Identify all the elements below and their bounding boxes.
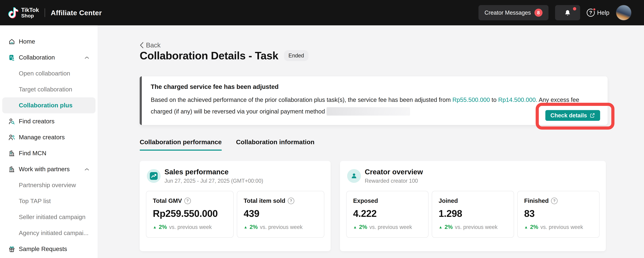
stat-exposed: Exposed 4.222 2% vs. previous week — [346, 191, 428, 238]
notice-title: The charged service fee has been adjuste… — [151, 83, 599, 90]
stat-joined: Joined 1.298 2% vs. previous week — [432, 191, 514, 238]
creator-messages-label: Creator Messages — [484, 9, 531, 16]
creator-overview-card: Creator overview Rewarded creator 100 Ex… — [340, 161, 606, 251]
page-title: Collaboration Details - Task — [140, 49, 278, 62]
up-triangle-icon — [439, 225, 442, 229]
rewarded-creator-count: Rewarded creator 100 — [365, 178, 423, 184]
help-tooltip-icon[interactable]: ? — [288, 198, 294, 204]
sidebar-item-seller-initiated-campaign[interactable]: Seller initiated campaign — [0, 209, 98, 225]
total-gmv-value: Rp259.550.000 — [153, 208, 227, 219]
sidebar-item-home[interactable]: Home — [0, 33, 98, 49]
notification-dot — [573, 7, 576, 10]
home-icon — [8, 38, 15, 45]
logo-block[interactable]: TikTok Shop Affiliate Center — [0, 6, 102, 19]
sidebar-item-top-tap-list[interactable]: Top TAP list — [0, 193, 98, 209]
up-triangle-icon — [153, 225, 157, 229]
sales-trend-icon — [147, 169, 160, 183]
stat-total-gmv: Total GMV ? Rp259.550.000 2% vs. previou… — [146, 191, 234, 238]
chevron-up-icon — [84, 56, 89, 59]
find-creators-icon — [8, 118, 15, 125]
help-notification-dot — [593, 8, 596, 11]
sidebar-item-collaboration[interactable]: Collaboration — [0, 49, 98, 65]
service-fee-notice: The charged service fee has been adjuste… — [140, 76, 608, 125]
gift-icon — [8, 246, 15, 253]
sidebar-item-manage-creators[interactable]: Manage creators — [0, 129, 98, 145]
sidebar-item-partnership-overview[interactable]: Partnership overview — [0, 177, 98, 193]
check-details-button[interactable]: Check details — [545, 110, 600, 121]
avatar[interactable] — [616, 5, 632, 20]
joined-value: 1.298 — [439, 208, 507, 219]
sidebar-item-agency-initiated-campaign[interactable]: Agency initiated campai... — [0, 225, 98, 241]
stat-total-item-sold: Total item sold ? 439 2% vs. previous we… — [237, 191, 324, 238]
up-triangle-icon — [524, 225, 528, 229]
sales-performance-card: Sales performance Jun 27, 2025 - Jul 27,… — [140, 161, 330, 251]
help-tooltip-icon[interactable]: ? — [551, 198, 558, 204]
app-title: Affiliate Center — [51, 9, 102, 17]
finished-value: 83 — [524, 208, 593, 219]
sidebar-item-open-collaboration[interactable]: Open collaboartion — [0, 65, 98, 81]
fee-amount-from: Rp55.500.000 — [452, 96, 490, 103]
exposed-value: 4.222 — [353, 208, 422, 219]
redacted-text-block — [326, 107, 410, 116]
help-button[interactable]: ? Help — [587, 9, 609, 17]
sidebar-item-collaboration-plus[interactable]: Collaboration plus — [2, 97, 96, 113]
chevron-left-icon — [140, 42, 144, 48]
fee-amount-to: Rp14.500.000. — [498, 96, 537, 103]
up-triangle-icon — [353, 225, 357, 229]
stat-finished: Finished ? 83 2% vs. previous week — [517, 191, 600, 238]
tab-bar: Collaboration performance Collaboration … — [140, 138, 314, 151]
collaboration-icon — [8, 54, 15, 61]
up-triangle-icon — [244, 225, 248, 229]
sidebar-item-find-mcn[interactable]: Find MCN — [0, 145, 98, 161]
sales-date-range: Jun 27, 2025 - Jul 27, 2025 (GMT+00:00) — [164, 178, 263, 184]
external-link-icon — [590, 113, 595, 118]
tiktok-logo-icon — [8, 6, 19, 19]
sidebar-item-target-collaboration[interactable]: Target collaboration — [0, 81, 98, 97]
creator-messages-count-badge: 8 — [534, 9, 542, 17]
sales-performance-title: Sales performance — [164, 168, 263, 176]
building-icon — [8, 150, 15, 157]
tab-collaboration-performance[interactable]: Collaboration performance — [140, 138, 222, 151]
chevron-up-icon — [84, 168, 89, 171]
sidebar-item-work-with-partners[interactable]: Work with partners — [0, 161, 98, 177]
help-icon: ? — [587, 9, 595, 17]
partners-building-icon — [8, 166, 15, 173]
sidebar-item-sample-requests[interactable]: Sample Requests — [0, 241, 98, 257]
logo-wordmark: TikTok Shop — [21, 7, 39, 18]
manage-creators-icon — [8, 134, 15, 141]
bell-icon — [564, 9, 572, 16]
help-tooltip-icon[interactable]: ? — [184, 198, 191, 204]
status-badge: Ended — [284, 50, 308, 61]
tab-collaboration-information[interactable]: Collaboration information — [236, 138, 314, 151]
main-content: Back Collaboration Details - Task Ended … — [98, 25, 644, 258]
notice-body: Based on the achieved performance of the… — [151, 94, 599, 117]
total-item-sold-value: 439 — [244, 208, 318, 219]
creator-person-icon — [347, 169, 361, 183]
top-header: TikTok Shop Affiliate Center Creator Mes… — [0, 0, 644, 25]
help-label: Help — [597, 9, 609, 16]
sidebar: Home Collaboration Open collaboartion Ta… — [0, 25, 98, 258]
creator-messages-button[interactable]: Creator Messages 8 — [478, 5, 548, 20]
back-button[interactable]: Back — [140, 41, 160, 49]
notifications-button[interactable] — [555, 5, 580, 20]
header-divider — [44, 8, 45, 17]
sidebar-item-find-creators[interactable]: Find creators — [0, 113, 98, 129]
creator-overview-title: Creator overview — [365, 168, 423, 176]
